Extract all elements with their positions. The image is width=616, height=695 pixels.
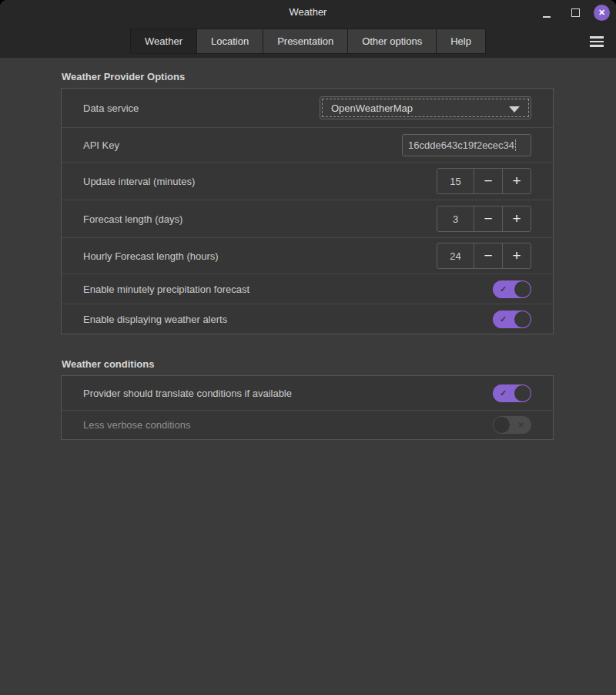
api-key-input[interactable]: 16cdde643c19f2ecec34 xyxy=(402,134,531,156)
update-interval-stepper: 15 − + xyxy=(437,168,531,194)
hamburger-icon xyxy=(590,36,604,39)
window-controls: ✕ xyxy=(537,0,610,25)
weather-settings-window: Weather ✕ Weather Location Presentation … xyxy=(0,0,616,695)
tab-bar: Weather Location Presentation Other opti… xyxy=(0,29,616,54)
section-heading-provider-options: Weather Provider Options xyxy=(62,71,616,82)
weather-alerts-toggle[interactable]: ✓ xyxy=(493,311,531,328)
toggle-knob xyxy=(514,311,531,327)
tab-other-options[interactable]: Other options xyxy=(348,29,437,54)
increment-button[interactable]: + xyxy=(502,169,531,193)
close-button[interactable]: ✕ xyxy=(594,5,610,21)
data-service-value: OpenWeatherMap xyxy=(331,102,413,114)
tabs: Weather Location Presentation Other opti… xyxy=(130,29,486,54)
check-icon: ✓ xyxy=(500,384,507,402)
row-data-service: Data service OpenWeatherMap xyxy=(62,89,553,127)
hourly-forecast-length-stepper: 24 − + xyxy=(437,243,531,269)
close-icon: ✕ xyxy=(598,8,605,18)
decrement-button[interactable]: − xyxy=(474,169,502,193)
text-cursor xyxy=(515,139,516,151)
row-forecast-length: Forecast length (days) 3 − + xyxy=(62,200,553,237)
forecast-length-stepper: 3 − + xyxy=(437,206,531,232)
forecast-length-label: Forecast length (days) xyxy=(83,213,182,225)
maximize-icon xyxy=(571,8,580,17)
settings-page-weather: Weather Provider Options Data service Op… xyxy=(0,58,616,695)
window-title: Weather xyxy=(0,0,616,25)
minimize-icon xyxy=(543,16,551,18)
weather-conditions-panel: Provider should translate conditions if … xyxy=(61,375,554,440)
hourly-forecast-length-label: Hourly Forecast length (hours) xyxy=(83,250,219,262)
toggle-knob xyxy=(514,385,531,401)
toggle-knob xyxy=(494,417,510,433)
api-key-value: 16cdde643c19f2ecec34 xyxy=(408,139,514,151)
maximize-button[interactable] xyxy=(565,3,585,23)
weather-alerts-label: Enable displaying weather alerts xyxy=(83,314,227,325)
row-less-verbose: Less verbose conditions ✕ xyxy=(62,410,553,439)
row-hourly-forecast-length: Hourly Forecast length (hours) 24 − + xyxy=(62,237,553,274)
minutely-precipitation-toggle[interactable]: ✓ xyxy=(493,280,531,298)
provider-options-panel: Data service OpenWeatherMap API Key 16cd… xyxy=(61,88,554,334)
less-verbose-label: Less verbose conditions xyxy=(83,419,190,431)
tab-location[interactable]: Location xyxy=(197,29,263,54)
increment-button[interactable]: + xyxy=(502,206,531,231)
minutely-precipitation-label: Enable minutely precipitation forecast xyxy=(83,284,249,295)
translate-conditions-label: Provider should translate conditions if … xyxy=(83,388,292,399)
update-interval-value[interactable]: 15 xyxy=(437,169,474,193)
decrement-button[interactable]: − xyxy=(474,243,502,268)
minimize-button[interactable] xyxy=(537,3,557,23)
update-interval-label: Update interval (minutes) xyxy=(83,176,195,187)
less-verbose-toggle[interactable]: ✕ xyxy=(493,416,531,434)
forecast-length-value[interactable]: 3 xyxy=(437,206,474,231)
row-minutely-precipitation: Enable minutely precipitation forecast ✓ xyxy=(62,274,553,304)
check-icon: ✓ xyxy=(500,311,507,328)
window-header: Weather ✕ Weather Location Presentation … xyxy=(0,0,616,58)
toggle-knob xyxy=(514,281,531,297)
tab-help[interactable]: Help xyxy=(437,29,486,54)
hamburger-menu-button[interactable] xyxy=(590,34,605,49)
chevron-down-icon xyxy=(509,106,520,112)
row-weather-alerts: Enable displaying weather alerts ✓ xyxy=(62,304,553,334)
row-api-key: API Key 16cdde643c19f2ecec34 xyxy=(62,127,553,162)
tab-weather[interactable]: Weather xyxy=(130,29,197,54)
section-heading-weather-conditions: Weather conditions xyxy=(62,358,616,370)
row-translate-conditions: Provider should translate conditions if … xyxy=(62,376,553,410)
data-service-dropdown[interactable]: OpenWeatherMap xyxy=(320,96,531,119)
titlebar: Weather ✕ xyxy=(0,0,616,25)
tab-presentation[interactable]: Presentation xyxy=(263,29,348,54)
data-service-label: Data service xyxy=(83,102,139,114)
decrement-button[interactable]: − xyxy=(474,206,502,231)
translate-conditions-toggle[interactable]: ✓ xyxy=(493,384,531,402)
api-key-label: API Key xyxy=(83,139,119,151)
cross-icon: ✕ xyxy=(518,416,524,434)
increment-button[interactable]: + xyxy=(502,243,531,268)
row-update-interval: Update interval (minutes) 15 − + xyxy=(62,162,553,200)
check-icon: ✓ xyxy=(500,280,507,298)
hourly-forecast-length-value[interactable]: 24 xyxy=(437,243,474,268)
